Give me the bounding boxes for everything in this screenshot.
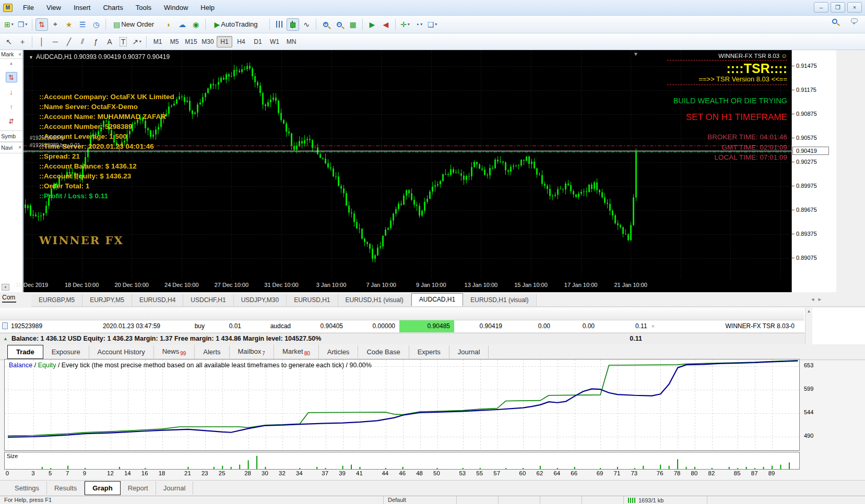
vertical-line-button[interactable]: │: [35, 35, 48, 48]
timeframe-m1[interactable]: M1: [150, 36, 165, 47]
chart-tab-eurusd-h1-visual[interactable]: EURUSD,H1 (visual): [338, 294, 411, 306]
close-icon[interactable]: ×: [18, 145, 21, 151]
symbols-sort-icon[interactable]: ⇅: [6, 72, 17, 82]
cursor-tool-button[interactable]: ↖: [3, 35, 15, 48]
common-tab[interactable]: Com: [2, 294, 16, 303]
tile-windows-button[interactable]: ▦: [347, 18, 359, 31]
chart-tab-eurusd-h1-visual[interactable]: EURUSD,H1 (visual): [463, 294, 536, 306]
minimize-button[interactable]: –: [814, 2, 828, 13]
tab-account-history[interactable]: Account History: [89, 345, 154, 358]
community-button[interactable]: ☁: [176, 18, 188, 31]
fibonacci-button[interactable]: ƒ: [90, 35, 102, 48]
autotrading-button[interactable]: ▶AutoTrading: [209, 18, 266, 31]
menu-window[interactable]: Window: [158, 2, 194, 14]
tester-tab-journal[interactable]: Journal: [156, 482, 194, 495]
chart-tab-eurusd-h1[interactable]: EURUSD,H1: [287, 294, 338, 306]
menu-tools[interactable]: Tools: [129, 2, 158, 14]
chart-tab-eurjpy-m5[interactable]: EURJPY,M5: [82, 294, 132, 306]
menu-charts[interactable]: Charts: [97, 2, 129, 14]
tab-market[interactable]: Market80: [274, 345, 319, 359]
tab-mailbox[interactable]: Mailbox7: [230, 345, 274, 359]
menu-file[interactable]: File: [17, 2, 40, 14]
crosshair-tool-button[interactable]: +: [16, 35, 29, 48]
tab-alerts[interactable]: Alerts: [195, 345, 229, 358]
market-button[interactable]: ◗: [162, 18, 175, 31]
dock-collapse-button[interactable]: ▼: [2, 284, 9, 291]
terminal-scrollbar[interactable]: ▲: [805, 308, 812, 344]
tester-tab-results[interactable]: Results: [47, 482, 85, 495]
search-icon[interactable]: [832, 19, 837, 24]
symbols-tab[interactable]: Symb: [0, 130, 22, 142]
tab-trade[interactable]: Trade: [7, 345, 43, 359]
chart-tab-eurusd-h4[interactable]: EURUSD,H4: [132, 294, 183, 306]
tester-tab-settings[interactable]: Settings: [7, 482, 47, 495]
tabs-scroll-left-icon[interactable]: ◂: [811, 296, 814, 303]
arrows-tool-button[interactable]: ↗▾: [131, 35, 143, 48]
timeframe-m5[interactable]: M5: [167, 36, 182, 47]
arrow-up-icon[interactable]: ↑: [6, 101, 17, 112]
chart-tab-usdchf-h1[interactable]: USDCHF,H1: [183, 294, 233, 306]
scroll-up-icon[interactable]: ▲: [0, 59, 22, 68]
timeframe-d1[interactable]: D1: [250, 36, 266, 47]
tester-tab-graph[interactable]: Graph: [85, 481, 120, 495]
auto-scroll-button[interactable]: ▶: [366, 18, 378, 31]
bar-chart-button[interactable]: [273, 18, 286, 31]
line-chart-button[interactable]: ∿: [300, 18, 313, 31]
timeframe-w1[interactable]: W1: [267, 36, 282, 47]
expand-icon[interactable]: ▲: [3, 336, 8, 341]
restore-button[interactable]: ❐: [831, 2, 845, 13]
trendline-button[interactable]: ╱: [63, 35, 75, 48]
zoom-out-button[interactable]: −: [333, 18, 346, 31]
chart-shift-marker-icon[interactable]: ▼: [633, 51, 638, 57]
tab-news[interactable]: News99: [154, 345, 195, 359]
timeframe-h1[interactable]: H1: [217, 36, 232, 47]
status-profile[interactable]: Default: [384, 496, 457, 504]
watchlist-button[interactable]: ☰: [76, 18, 89, 31]
tab-journal[interactable]: Journal: [449, 345, 489, 358]
tester-graph[interactable]: [5, 359, 799, 450]
navigator-panel[interactable]: Navi ×: [0, 142, 22, 153]
templates-button[interactable]: ❏▾: [426, 18, 439, 31]
text-label-button[interactable]: T: [117, 35, 129, 48]
zoom-in-button[interactable]: +: [319, 18, 332, 31]
favorites-button[interactable]: ★: [63, 18, 75, 31]
close-icon[interactable]: ×: [18, 52, 21, 57]
chart-tab-audcad-h1[interactable]: AUDCAD,H1: [411, 293, 463, 306]
chart-tab-eurgbp-m5[interactable]: EURGBP,M5: [31, 294, 82, 306]
crosshair-mode-button[interactable]: ⌖: [49, 18, 62, 31]
tab-experts[interactable]: Experts: [409, 345, 449, 358]
tab-exposure[interactable]: Exposure: [43, 345, 89, 358]
tab-articles[interactable]: Articles: [319, 345, 359, 358]
indicators-button[interactable]: ✛▾: [399, 18, 411, 31]
timeframe-mn[interactable]: MN: [283, 36, 299, 47]
arrow-down-icon[interactable]: ↓: [6, 87, 17, 97]
tab-code-base[interactable]: Code Base: [358, 345, 409, 358]
timeframe-m15[interactable]: M15: [183, 36, 199, 47]
profiles-button[interactable]: ❐▾: [16, 18, 29, 31]
market-watch-panel[interactable]: Mark ×: [0, 50, 22, 59]
signals-button[interactable]: ◉: [189, 18, 202, 31]
timeframe-h4[interactable]: H4: [233, 36, 249, 47]
new-chart-button[interactable]: ⊞▾: [3, 18, 15, 31]
periods-button[interactable]: ◔▾: [412, 18, 425, 31]
chat-icon[interactable]: [851, 18, 858, 23]
tick-chart-button[interactable]: ⇅: [35, 18, 48, 31]
close-order-icon[interactable]: ×: [651, 323, 655, 329]
collapse-icon[interactable]: ▼: [29, 55, 33, 60]
strategy-tester-button[interactable]: ◷: [90, 18, 102, 31]
timeframe-m30[interactable]: M30: [200, 36, 216, 47]
tester-tab-report[interactable]: Report: [121, 482, 156, 495]
chart-tab-usdjpy-m30[interactable]: USDJPY,M30: [234, 294, 287, 306]
order-row[interactable]: 192523989 2020.01.23 03:47:59 buy 0.01 a…: [0, 320, 804, 333]
tabs-scroll-right-icon[interactable]: ▸: [818, 296, 821, 303]
text-tool-button[interactable]: A: [103, 35, 116, 48]
chart-shift-button[interactable]: ◀: [380, 18, 392, 31]
menu-view[interactable]: View: [40, 2, 67, 14]
new-order-button[interactable]: ▤New Order: [109, 18, 161, 31]
arrows-updown-icon[interactable]: ⇵: [6, 116, 17, 126]
close-button[interactable]: ×: [847, 2, 862, 13]
channel-button[interactable]: ⫽: [76, 35, 89, 48]
menu-insert[interactable]: Insert: [67, 2, 97, 14]
horizontal-line-button[interactable]: ─: [49, 35, 62, 48]
menu-help[interactable]: Help: [194, 2, 221, 14]
